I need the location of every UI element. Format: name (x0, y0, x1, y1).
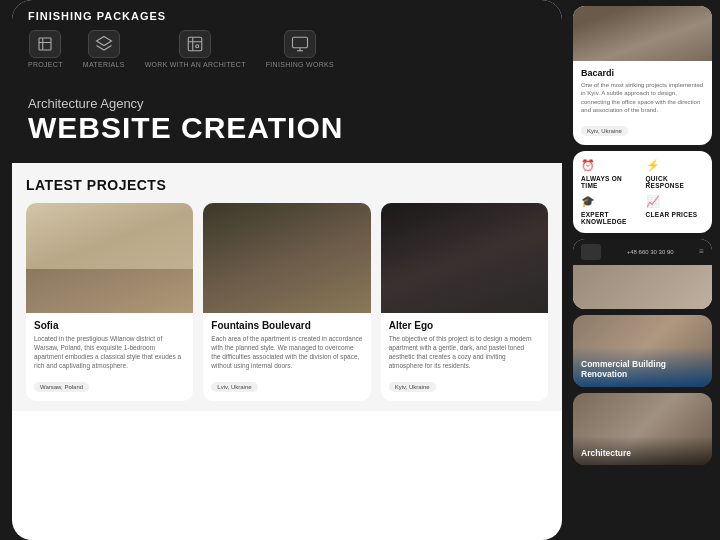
feature-quick-response: ⚡ QUICK RESPONSE (646, 159, 705, 189)
projects-section-title: LATEST PROJECTS (26, 177, 548, 193)
bacardi-title: Bacardi (581, 68, 704, 78)
chart-icon: 📈 (646, 195, 705, 208)
bolt-icon: ⚡ (646, 159, 705, 172)
package-label-project: PROJECT (28, 61, 63, 68)
feature-always-on-time: ⏰ ALWAYS ON TIME (581, 159, 640, 189)
hamburger-icon[interactable]: ≡ (699, 247, 704, 256)
commercial-title: Commercial Building Renovation (581, 359, 704, 379)
bacardi-image (573, 6, 712, 61)
package-item-project[interactable]: PROJECT (28, 30, 63, 68)
sofia-name: Sofia (34, 320, 185, 331)
feature-label-time: ALWAYS ON TIME (581, 175, 640, 189)
hero-title: WEBSITE CREATION (28, 113, 546, 143)
hero-subtitle: Architecture Agency (28, 96, 546, 111)
svg-rect-4 (188, 37, 202, 51)
package-item-materials[interactable]: MATERIALS (83, 30, 125, 68)
bacardi-card[interactable]: Bacardi One of the most striking project… (573, 6, 712, 145)
architecture-background: Architecture (573, 393, 712, 465)
phone-number: +48 660 30 30 90 (627, 249, 674, 255)
projects-grid: Sofia Located in the prestigious Wilanow… (26, 203, 548, 401)
right-sidebar: Bacardi One of the most striking project… (565, 0, 720, 540)
project-card-alterego[interactable]: Alter Ego The objective of this project … (381, 203, 548, 401)
alterego-info: Alter Ego The objective of this project … (381, 313, 548, 401)
sofia-desc: Located in the prestigious Wilanow distr… (34, 334, 185, 370)
fountains-desc: Each area of the apartment is created in… (211, 334, 362, 370)
fountains-name: Fountains Boulevard (211, 320, 362, 331)
package-item-architect[interactable]: WORK WITH AN ARCHITECT (145, 30, 246, 68)
package-item-finishing[interactable]: FINISHING WORKS (266, 30, 334, 68)
sofia-location: Warsaw, Poland (34, 382, 89, 392)
layers-icon (88, 30, 120, 58)
bacardi-desc: One of the most striking projects implem… (581, 81, 704, 115)
graduation-icon: 🎓 (581, 195, 640, 208)
packages-icons-list: PROJECT MATERIALS (28, 30, 546, 68)
sofia-info: Sofia Located in the prestigious Wilanow… (26, 313, 193, 401)
phone-image-area (573, 265, 712, 309)
bacardi-content: Bacardi One of the most striking project… (573, 61, 712, 145)
feature-expert-knowledge: 🎓 EXPERT KNOWLEDGE (581, 195, 640, 225)
svg-rect-8 (292, 37, 307, 48)
svg-rect-0 (39, 38, 51, 50)
architecture-card[interactable]: Architecture (573, 393, 712, 465)
clock-icon: ⏰ (581, 159, 640, 172)
sofia-image (26, 203, 193, 313)
fountains-info: Fountains Boulevard Each area of the apa… (203, 313, 370, 401)
package-label-architect: WORK WITH AN ARCHITECT (145, 61, 246, 68)
feature-label-prices: CLEAR PRICES (646, 211, 705, 218)
fountains-image (203, 203, 370, 313)
hero-section: Architecture Agency WEBSITE CREATION (12, 80, 562, 163)
finishing-packages-title: FINISHING PACKAGES (28, 10, 546, 22)
phone-mockup-card[interactable]: +48 660 30 30 90 ≡ (573, 239, 712, 309)
bacardi-location: Kyiv, Ukraine (581, 126, 628, 136)
building-icon (29, 30, 61, 58)
feature-label-response: QUICK RESPONSE (646, 175, 705, 189)
architect-icon (179, 30, 211, 58)
tools-icon (284, 30, 316, 58)
architecture-title: Architecture (581, 448, 704, 458)
fountains-location: Lviv, Ukraine (211, 382, 257, 392)
svg-point-7 (196, 45, 199, 48)
alterego-desc: The objective of this project is to desi… (389, 334, 540, 370)
phone-header: +48 660 30 30 90 ≡ (573, 239, 712, 265)
features-grid: ⏰ ALWAYS ON TIME ⚡ QUICK RESPONSE 🎓 EXPE… (581, 159, 704, 225)
package-label-finishing: FINISHING WORKS (266, 61, 334, 68)
feature-clear-prices: 📈 CLEAR PRICES (646, 195, 705, 225)
commercial-background: Commercial Building Renovation (573, 315, 712, 387)
projects-section: LATEST PROJECTS Sofia Located in the pre… (12, 163, 562, 411)
commercial-card[interactable]: Commercial Building Renovation (573, 315, 712, 387)
architecture-overlay: Architecture (573, 436, 712, 465)
project-card-fountains[interactable]: Fountains Boulevard Each area of the apa… (203, 203, 370, 401)
bacardi-image-inner (573, 6, 712, 61)
commercial-overlay: Commercial Building Renovation (573, 347, 712, 386)
main-card: FINISHING PACKAGES PROJECT (12, 0, 562, 540)
feature-label-knowledge: EXPERT KNOWLEDGE (581, 211, 640, 225)
svg-marker-3 (96, 37, 111, 46)
project-card-sofia[interactable]: Sofia Located in the prestigious Wilanow… (26, 203, 193, 401)
alterego-image (381, 203, 548, 313)
finishing-packages-section: FINISHING PACKAGES PROJECT (12, 0, 562, 80)
features-card: ⏰ ALWAYS ON TIME ⚡ QUICK RESPONSE 🎓 EXPE… (573, 151, 712, 233)
package-label-materials: MATERIALS (83, 61, 125, 68)
alterego-location: Kyiv, Ukraine (389, 382, 436, 392)
phone-logo (581, 244, 601, 260)
alterego-name: Alter Ego (389, 320, 540, 331)
